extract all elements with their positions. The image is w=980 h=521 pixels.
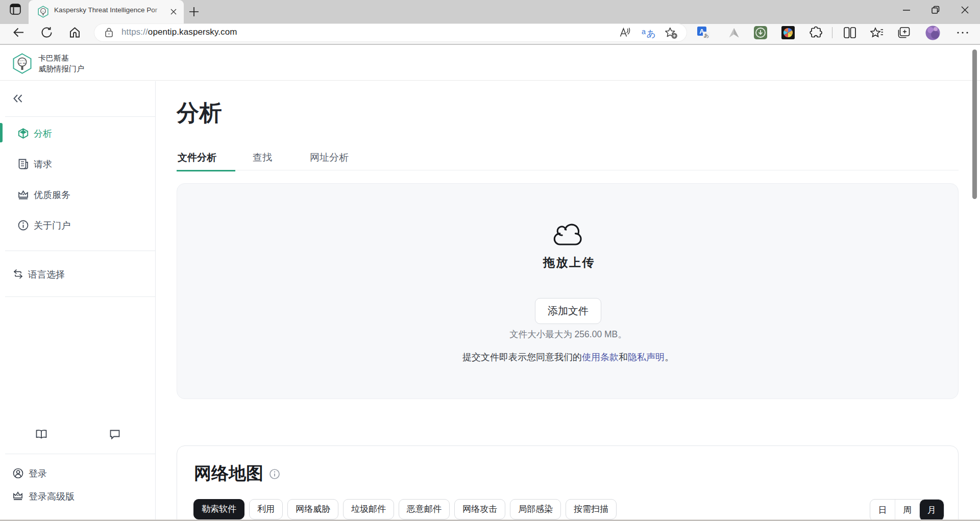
svg-text:59: 59 xyxy=(42,10,44,12)
svg-text:1A4F2C: 1A4F2C xyxy=(18,60,27,62)
svg-text:あ: あ xyxy=(647,29,656,39)
svg-text:09 5B: 09 5B xyxy=(19,62,26,64)
svg-text:あ: あ xyxy=(704,33,709,38)
svg-text:a: a xyxy=(642,28,646,36)
